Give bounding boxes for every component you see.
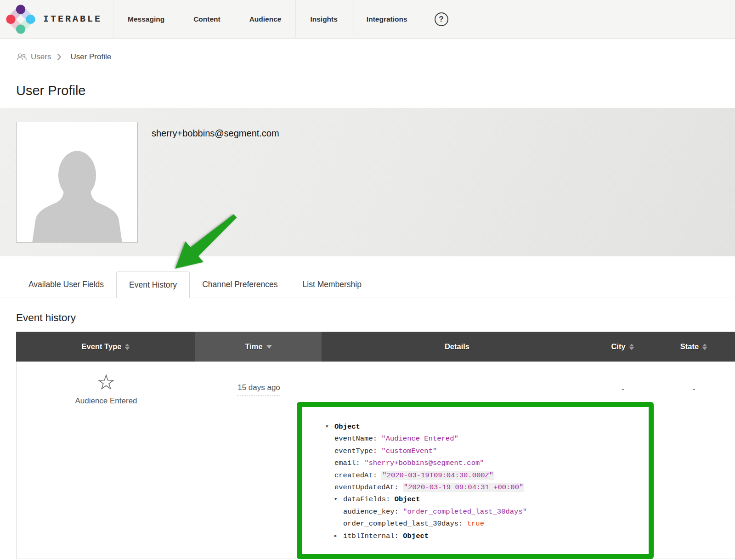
column-header-time[interactable]: Time [195,332,322,362]
json-line-eventtype: eventType: "customEvent" [326,445,645,457]
section-heading: Event history [16,312,735,324]
json-line-email: email: "sherry+bobbins@segment.com" [326,457,645,469]
json-line-datafields: ▼dataFields: Object [326,493,645,505]
breadcrumb-current-label: User Profile [70,52,111,62]
table-header: Event TypeTimeDetailsCityState [16,332,735,362]
users-icon [16,53,27,61]
profile-tabs: Available User FieldsEvent HistoryChanne… [0,256,735,298]
json-value: "customEvent" [381,447,437,455]
json-key: eventName: [334,435,381,443]
json-value: "Audience Entered" [381,435,458,443]
breadcrumb-users-link[interactable]: Users [16,52,51,62]
json-line-eventname: eventName: "Audience Entered" [326,433,645,445]
event-type-label: Audience Entered [75,396,137,406]
json-value: Object [395,495,420,503]
help-icon: ? [435,12,448,26]
sort-arrows-icon [125,344,130,350]
column-label: Details [445,342,469,351]
top-navbar: ITERABLE MessagingContentAudienceInsight… [0,0,735,39]
column-header-event-type[interactable]: Event Type [16,332,195,362]
column-label: Event Type [82,342,122,351]
nav-item-insights[interactable]: Insights [295,0,351,38]
json-line-root: ▼Object [326,421,645,433]
event-history-table: Event TypeTimeDetailsCityState Audience … [16,332,735,559]
avatar-placeholder [16,122,138,243]
json-key: audience_key: [343,508,403,516]
json-value: "sherry+bobbins@segment.com" [364,459,484,467]
iterable-diamond-icon [6,4,36,34]
column-label: City [611,342,625,351]
column-header-city[interactable]: City [593,332,652,362]
json-value: true [467,520,484,528]
json-value: Object [334,423,360,431]
json-value: "2020-03-19T09:04:30.000Z" [381,471,494,480]
iterable-logo[interactable]: ITERABLE [0,0,113,38]
collapse-triangle-icon[interactable]: ▼ [326,421,334,433]
star-icon [97,373,115,391]
json-line-eventupdatedat: eventUpdatedAt: "2020-03-19 09:04:31 +00… [326,481,645,493]
json-key: itblInternal: [343,532,403,540]
tab-list-membership[interactable]: List Membership [290,272,374,298]
sort-arrows-icon [629,344,634,350]
expand-triangle-icon[interactable]: ▶ [334,530,343,542]
json-value: "2020-03-19 09:04:31 +00:00" [403,483,524,492]
json-key: eventType: [334,447,381,455]
chevron-right-icon [57,53,62,61]
column-header-details: Details [322,332,593,362]
state-cell: - [653,362,735,559]
relative-time-link[interactable]: 15 days ago [237,383,280,396]
table-row: Audience Entered 15 days ago - - ▼Object… [16,362,735,559]
column-header-state[interactable]: State [652,332,735,362]
brand-wordmark: ITERABLE [43,14,102,24]
nav-items: MessagingContentAudienceInsightsIntegrat… [113,0,422,38]
json-value: Object [403,532,429,540]
json-key: eventUpdatedAt: [334,483,403,492]
json-key: email: [334,459,364,467]
profile-email: sherry+bobbins@segment.com [152,128,279,139]
json-line-itblinternal: ▶itblInternal: Object [326,530,645,542]
sort-arrows-icon [702,344,707,350]
breadcrumb: Users User Profile [16,52,735,62]
column-label: Time [245,342,262,351]
tab-available-user-fields[interactable]: Available User Fields [16,272,116,298]
nav-item-content[interactable]: Content [179,0,235,38]
json-line-audience-key: audience_key: "order_completed_last_30da… [326,506,645,518]
nav-item-messaging[interactable]: Messaging [113,0,179,38]
event-type-cell: Audience Entered [17,362,196,559]
profile-hero: sherry+bobbins@segment.com [0,108,735,256]
help-button[interactable]: ? [422,0,461,38]
person-silhouette-icon [24,137,130,243]
breadcrumb-root-label: Users [31,52,51,62]
json-key: createdAt: [334,471,381,480]
json-key: dataFields: [343,495,395,503]
json-value: "order_completed_last_30days" [403,508,527,516]
tab-channel-preferences[interactable]: Channel Preferences [190,272,290,298]
annotation-box-details-json: ▼ObjecteventName: "Audience Entered"even… [297,402,654,559]
page-title: User Profile [16,83,735,98]
nav-item-audience[interactable]: Audience [235,0,296,38]
collapse-triangle-icon[interactable]: ▼ [334,493,343,505]
tab-event-history[interactable]: Event History [116,272,190,298]
json-key: order_completed_last_30days: [343,520,467,528]
nav-item-integrations[interactable]: Integrations [352,0,422,38]
json-line-createdat: createdAt: "2020-03-19T09:04:30.000Z" [326,469,645,481]
column-label: State [680,342,699,351]
json-line-order-completed-last-30days: order_completed_last_30days: true [326,518,645,530]
sort-desc-icon [266,345,272,349]
